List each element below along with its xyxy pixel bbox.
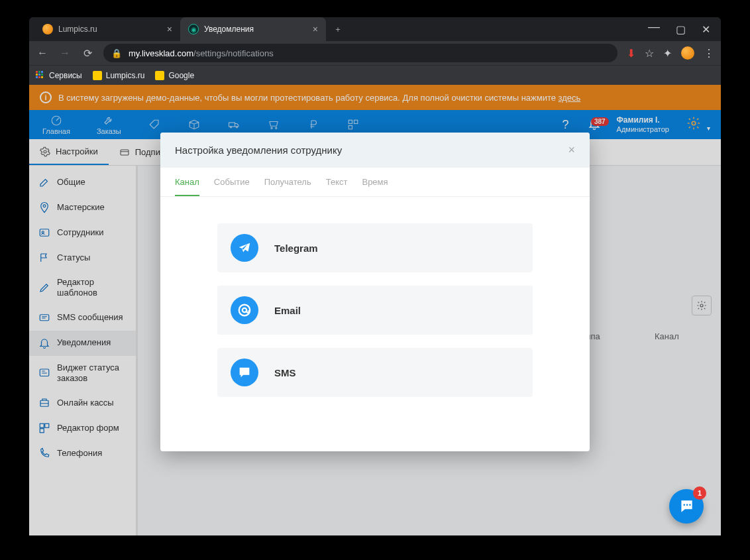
menu-icon[interactable]: ⋮	[704, 47, 714, 60]
favicon-icon: ◉	[188, 24, 199, 34]
bookmark-item[interactable]: Lumpics.ru	[93, 71, 145, 80]
window-controls: — ▢ ✕	[637, 17, 721, 41]
channel-label: Email	[274, 305, 301, 316]
url-input[interactable]: 🔒 my.livesklad.com/settings/notification…	[103, 44, 617, 62]
channel-option-sms[interactable]: SMS	[217, 348, 533, 397]
profile-avatar-icon[interactable]	[681, 46, 694, 60]
bookmark-label: Google	[168, 71, 194, 80]
close-icon[interactable]: ✕	[702, 23, 710, 36]
browser-tab-active[interactable]: ◉ Уведомления ×	[180, 17, 326, 41]
modal-body: Telegram Email SMS	[160, 197, 590, 451]
bookmark-label: Lumpics.ru	[106, 71, 145, 80]
modal-tab-time[interactable]: Время	[362, 168, 388, 196]
apps-icon	[36, 71, 45, 80]
channel-option-telegram[interactable]: Telegram	[217, 223, 533, 272]
bookmarks-bar: Сервисы Lumpics.ru Google	[29, 65, 721, 85]
apps-shortcut[interactable]: Сервисы	[36, 71, 82, 80]
bookmark-item[interactable]: Google	[155, 71, 194, 80]
bookmark-label: Сервисы	[49, 71, 82, 80]
back-icon[interactable]: ←	[36, 46, 49, 60]
tab-label: Уведомления	[204, 25, 254, 34]
browser-window: Lumpics.ru × ◉ Уведомления × ＋ — ▢ ✕ ← →…	[29, 17, 721, 535]
bookmark-star-icon[interactable]: ☆	[645, 47, 654, 60]
email-icon	[231, 296, 258, 324]
bookmark-favicon-icon	[155, 71, 164, 80]
modal-tab-recipient[interactable]: Получатель	[264, 168, 311, 196]
modal-tab-event[interactable]: Событие	[214, 168, 250, 196]
notification-modal: Настройка уведомления сотруднику × Канал…	[160, 133, 590, 451]
toolbar-extensions: ⬇ ☆ ✦ ⋮	[627, 46, 714, 60]
modal-overlay[interactable]: Настройка уведомления сотруднику × Канал…	[29, 85, 721, 535]
favicon-icon	[42, 24, 53, 34]
maximize-icon[interactable]: ▢	[676, 23, 686, 36]
address-bar: ← → ⟳ 🔒 my.livesklad.com/settings/notifi…	[29, 41, 721, 65]
channel-label: SMS	[274, 367, 296, 378]
modal-tabs: Канал Событие Получатель Текст Время	[160, 168, 590, 197]
telegram-icon	[231, 234, 258, 262]
chat-fab[interactable]: 1	[669, 489, 704, 524]
url-path: /settings/notifications	[193, 48, 274, 58]
close-icon[interactable]: ×	[568, 143, 575, 157]
page-content: i В систему загружены демо-данные, чтобы…	[29, 85, 721, 535]
modal-tab-text[interactable]: Текст	[326, 168, 348, 196]
tab-strip: Lumpics.ru × ◉ Уведомления × ＋	[29, 17, 637, 41]
minimize-icon[interactable]: —	[648, 20, 660, 34]
tab-label: Lumpics.ru	[58, 25, 97, 34]
channel-label: Telegram	[274, 243, 318, 254]
channel-option-email[interactable]: Email	[217, 286, 533, 335]
chat-icon	[678, 498, 695, 515]
bookmark-favicon-icon	[93, 71, 102, 80]
url-domain: my.livesklad.com	[129, 48, 193, 58]
svg-point-25	[686, 504, 688, 506]
modal-header: Настройка уведомления сотруднику ×	[160, 133, 590, 168]
svg-point-24	[683, 504, 685, 506]
modal-title: Настройка уведомления сотруднику	[175, 144, 568, 156]
modal-tab-channel[interactable]: Канал	[175, 168, 199, 196]
sms-icon	[231, 359, 258, 386]
extensions-icon[interactable]: ✦	[663, 47, 672, 60]
chat-badge: 1	[693, 486, 706, 500]
lock-icon: 🔒	[111, 48, 122, 58]
close-icon[interactable]: ×	[313, 24, 318, 34]
titlebar: Lumpics.ru × ◉ Уведомления × ＋ — ▢ ✕	[29, 17, 721, 41]
svg-point-26	[689, 504, 691, 506]
extension-icon[interactable]: ⬇	[627, 47, 635, 60]
forward-icon[interactable]: →	[58, 46, 72, 60]
new-tab-button[interactable]: ＋	[326, 17, 352, 41]
close-icon[interactable]: ×	[167, 24, 172, 34]
reload-icon[interactable]: ⟳	[81, 46, 94, 60]
browser-tab[interactable]: Lumpics.ru ×	[34, 17, 180, 41]
